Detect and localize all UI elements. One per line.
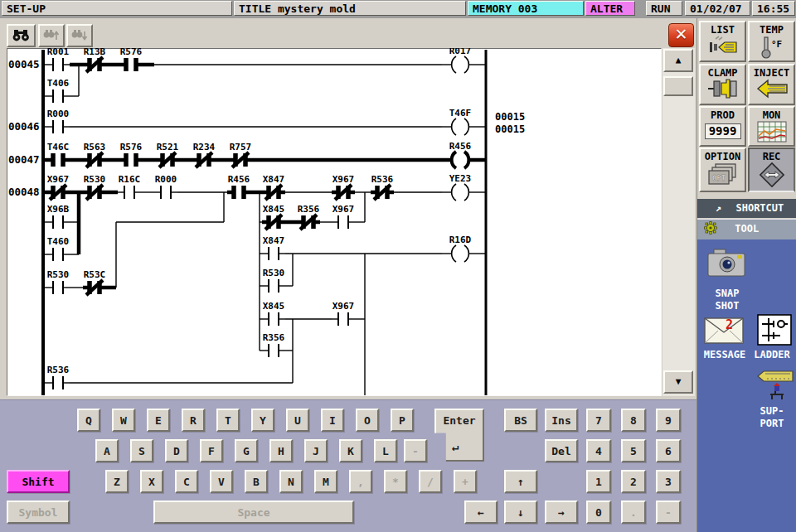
key-l[interactable]: L (374, 439, 397, 462)
ladder-contact-R530[interactable]: R530 (83, 174, 106, 200)
ladder-contact-X967[interactable]: X967 (332, 301, 355, 326)
find-button[interactable] (7, 24, 36, 47)
ladder-contact-R536[interactable]: R536 (46, 365, 70, 389)
key-v[interactable]: V (210, 470, 233, 493)
key-c[interactable]: C (175, 470, 198, 493)
ladder-contact-R13B[interactable]: R13B (83, 48, 106, 72)
ladder-contact-T46C[interactable]: T46C (46, 142, 70, 167)
message-icon[interactable]: 2 (704, 316, 744, 346)
ladder-contact-R000[interactable]: R000 (46, 109, 70, 133)
sidebar-button-list[interactable]: LIST (699, 21, 746, 62)
ladder-contact-X967[interactable]: X967 (46, 174, 70, 200)
key-9[interactable]: 9 (656, 409, 681, 432)
ladder-contact-R234[interactable]: R234 (192, 142, 216, 167)
key-m[interactable]: M (314, 470, 337, 493)
key-q[interactable]: Q (77, 409, 100, 432)
key-x[interactable]: X (140, 470, 163, 493)
message-label[interactable]: MESSAGE (697, 349, 752, 361)
key-b[interactable]: B (245, 470, 268, 493)
key-n[interactable]: N (279, 470, 303, 493)
ladder-contact-X967[interactable]: X967 (332, 204, 355, 229)
ladder-contact-R530[interactable]: R530 (46, 269, 70, 294)
ladder-contact-R757[interactable]: R757 (229, 142, 252, 167)
key-o[interactable]: O (356, 409, 379, 432)
key-k[interactable]: K (339, 439, 362, 462)
sidebar-button-mon[interactable]: MON (748, 106, 795, 147)
sidebar-button-inject[interactable]: INJECT (748, 64, 795, 105)
ladder-contact-R000[interactable]: R000 (154, 174, 177, 199)
ladder-coil-R16D[interactable]: R16D (442, 235, 485, 262)
ladder-contact-R001[interactable]: R001 (46, 48, 70, 71)
key-enter[interactable]: Enter↵ (434, 409, 484, 462)
vertical-scrollbar[interactable]: ▲ ▼ (663, 48, 695, 396)
ladder-contact-X847[interactable]: X847 (262, 174, 285, 200)
key-t[interactable]: T (216, 409, 240, 432)
key-u[interactable]: U (286, 409, 309, 432)
ladder-contact-X967[interactable]: X967 (332, 174, 355, 200)
key-shift[interactable]: Shift (7, 470, 70, 493)
key-2[interactable]: 2 (621, 470, 646, 493)
ladder-coil-T46F[interactable]: T46F (442, 108, 485, 135)
key-r[interactable]: R (182, 409, 205, 432)
sidebar-button-temp[interactable]: TEMP °F (748, 21, 795, 62)
ladder-coil-YE23[interactable]: YE23 (442, 173, 485, 201)
ladder-tool-icon[interactable] (757, 314, 792, 346)
key-3[interactable]: 3 (656, 470, 681, 493)
scroll-down-button[interactable]: ▼ (663, 370, 693, 394)
key-arrow-right[interactable]: → (545, 501, 578, 524)
ladder-contact-R16C[interactable]: R16C (118, 174, 141, 199)
ladder-contact-R456[interactable]: R456 (227, 174, 250, 199)
sidebar-button-rec[interactable]: REC (748, 148, 795, 192)
key-arrow-left[interactable]: ← (464, 501, 498, 524)
key-4[interactable]: 4 (586, 439, 611, 462)
key-0[interactable]: 0 (586, 501, 611, 524)
ladder-contact-R576[interactable]: R576 (119, 48, 143, 71)
key-p[interactable]: P (391, 409, 414, 432)
ladder-contact-X845[interactable]: X845 (262, 204, 285, 230)
support-label[interactable]: SUP- PORT (747, 405, 796, 430)
key-7[interactable]: 7 (586, 409, 611, 432)
key-arrow-down[interactable]: ↓ (504, 501, 537, 524)
key-a[interactable]: A (95, 439, 119, 462)
ladder-contact-R356[interactable]: R356 (262, 332, 285, 357)
key-ins[interactable]: Ins (545, 409, 578, 432)
key-s[interactable]: S (130, 439, 153, 462)
scrollbar-thumb[interactable] (663, 76, 693, 96)
key-8[interactable]: 8 (621, 409, 646, 432)
tool-bar[interactable]: TOOL (697, 219, 796, 239)
ladder-contact-T460[interactable]: T460 (46, 236, 70, 261)
snapshot-camera-icon[interactable] (707, 249, 745, 277)
snapshot-label[interactable]: SNAP SHOT (702, 288, 752, 312)
ladder-contact-R536[interactable]: R536 (371, 174, 394, 200)
support-icon[interactable] (757, 368, 794, 403)
sidebar-button-prod[interactable]: PROD 9999 (699, 106, 746, 147)
key-d[interactable]: D (165, 439, 188, 462)
key-e[interactable]: E (147, 409, 170, 432)
shortcut-bar[interactable]: ↗ SHORTCUT (697, 199, 796, 218)
key-del[interactable]: Del (545, 439, 578, 462)
ladder-contact-R563[interactable]: R563 (83, 142, 106, 167)
key-y[interactable]: Y (251, 409, 274, 432)
key-z[interactable]: Z (105, 470, 129, 493)
close-button[interactable]: ✕ (668, 23, 694, 47)
key-h[interactable]: H (269, 439, 293, 462)
key-i[interactable]: I (321, 409, 344, 432)
key-arrow-up[interactable]: ↑ (504, 470, 537, 493)
ladder-contact-R576[interactable]: R576 (119, 142, 143, 167)
ladder-contact-X847[interactable]: X847 (262, 235, 285, 260)
key-1[interactable]: 1 (586, 470, 611, 493)
ladder-contact-R53C[interactable]: R53C (83, 269, 106, 295)
key-6[interactable]: 6 (656, 439, 681, 462)
scroll-up-button[interactable]: ▲ (663, 49, 693, 72)
sidebar-button-clamp[interactable]: CLAMP (699, 64, 746, 105)
key-f[interactable]: F (200, 439, 223, 462)
ladder-contact-X845[interactable]: X845 (262, 301, 285, 326)
ladder-coil-R456[interactable]: R456 (442, 141, 485, 168)
ladder-tool-label[interactable]: LADDER (747, 349, 796, 361)
ladder-contact-R530[interactable]: R530 (262, 268, 285, 293)
ladder-coil-R017[interactable]: R017 (442, 48, 485, 73)
ladder-contact-X96B[interactable]: X96B (46, 204, 70, 229)
key-5[interactable]: 5 (621, 439, 646, 462)
ladder-contact-R521[interactable]: R521 (156, 142, 179, 167)
key-g[interactable]: G (235, 439, 258, 462)
